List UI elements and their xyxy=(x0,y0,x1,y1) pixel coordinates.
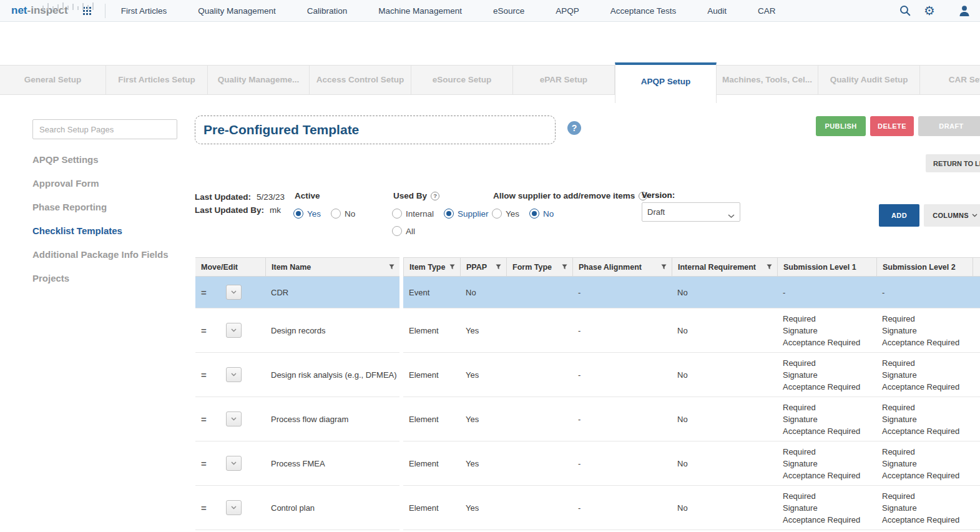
search-input[interactable] xyxy=(32,119,177,139)
column-header-ppap[interactable]: PPAP xyxy=(460,257,506,277)
row-filler xyxy=(973,441,980,486)
tab-quality-audit-setup[interactable]: Quality Audit Setup xyxy=(818,66,920,94)
main-nav: First ArticlesQuality ManagementCalibrat… xyxy=(121,6,776,16)
filter-icon[interactable] xyxy=(449,264,455,270)
draft-button[interactable]: DRAFT xyxy=(918,116,980,136)
drag-handle-icon[interactable]: = xyxy=(201,458,210,469)
radio-option-yes[interactable]: Yes xyxy=(293,209,321,219)
filter-icon[interactable] xyxy=(661,264,667,270)
column-header-phase-alignment[interactable]: Phase Alignment xyxy=(572,257,672,277)
tab-first-articles-setup[interactable]: First Articles Setup xyxy=(106,66,208,94)
filter-icon[interactable] xyxy=(767,264,772,270)
search-icon[interactable] xyxy=(899,5,911,16)
top-nav: net -inspect First ArticlesQuality Manag… xyxy=(0,0,980,22)
cell-move-edit: = xyxy=(195,277,265,308)
cell-ppap: Yes xyxy=(460,486,506,530)
cell-move-edit: = xyxy=(195,397,265,441)
radio-option-no[interactable]: No xyxy=(331,209,355,219)
nav-item-esource[interactable]: eSource xyxy=(493,6,524,16)
add-button[interactable]: ADD xyxy=(879,204,919,227)
help-icon[interactable]: ? xyxy=(567,121,581,135)
sidebar-item-phase-reporting[interactable]: Phase Reporting xyxy=(32,200,169,214)
tab-epar-setup[interactable]: ePAR Setup xyxy=(513,66,615,94)
cell-item-type: Element xyxy=(403,353,460,397)
tab-apqp-setup[interactable]: APQP Setup xyxy=(615,62,717,103)
tab-quality-manageme[interactable]: Quality Manageme... xyxy=(208,66,310,94)
row-edit-menu-button[interactable] xyxy=(226,500,242,515)
sidebar-item-projects[interactable]: Projects xyxy=(32,272,169,285)
cell-item-type: Element xyxy=(403,308,460,353)
nav-item-machine-management[interactable]: Machine Management xyxy=(378,6,462,16)
tab-car-setup[interactable]: CAR Setup xyxy=(920,66,980,94)
cell-internal-requirement: No xyxy=(672,308,777,353)
row-edit-menu-button[interactable] xyxy=(226,323,242,338)
radio-option-all[interactable]: All xyxy=(392,226,415,236)
column-header-submission-level-1[interactable]: Submission Level 1 xyxy=(777,257,876,277)
filter-icon[interactable] xyxy=(496,264,501,270)
row-edit-menu-button[interactable] xyxy=(226,285,242,300)
column-header-item-type[interactable]: Item Type xyxy=(403,257,460,277)
column-label: Phase Alignment xyxy=(579,263,642,272)
radio-option-no[interactable]: No xyxy=(529,209,554,219)
radio-option-internal[interactable]: Internal xyxy=(392,209,434,219)
cell-phase-alignment: - xyxy=(572,277,672,308)
radio-icon xyxy=(529,209,539,219)
last-updated-by-label: Last Updated By: xyxy=(195,204,264,217)
drag-handle-icon[interactable]: = xyxy=(201,370,210,380)
tab-esource-setup[interactable]: eSource Setup xyxy=(411,66,513,94)
nav-item-apqp[interactable]: APQP xyxy=(556,6,579,16)
filter-icon[interactable] xyxy=(562,264,567,270)
row-edit-menu-button[interactable] xyxy=(226,456,242,471)
app-logo[interactable]: net -inspect xyxy=(11,4,68,17)
table-row[interactable]: = Control plan Element Yes - No Required… xyxy=(195,486,980,530)
template-name-field[interactable]: Pre-Configured Template xyxy=(195,116,556,144)
cell-move-edit: = xyxy=(195,308,265,353)
delete-button[interactable]: DELETE xyxy=(870,116,914,136)
filter-icon[interactable] xyxy=(389,264,394,270)
sidebar-item-additional-package-info-fields[interactable]: Additional Package Info Fields xyxy=(32,248,169,261)
drag-handle-icon[interactable]: = xyxy=(201,414,210,425)
sidebar-item-approval-form[interactable]: Approval Form xyxy=(32,177,169,190)
settings-menu-button[interactable]: ⚙ xyxy=(924,4,945,17)
column-header-form-type[interactable]: Form Type xyxy=(506,257,572,277)
table-row[interactable]: = Process FMEA Element Yes - No Required… xyxy=(195,441,980,486)
radio-option-supplier[interactable]: Supplier xyxy=(444,209,489,219)
sidebar-item-apqp-settings[interactable]: APQP Settings xyxy=(32,153,169,166)
used-by-help-icon[interactable]: ? xyxy=(431,192,439,200)
table-row[interactable]: = Process flow diagram Element Yes - No … xyxy=(195,397,980,441)
logo-text-net: net xyxy=(11,4,27,17)
version-select[interactable]: Draft xyxy=(642,202,740,222)
column-header-item-name[interactable]: Item Name xyxy=(265,257,399,277)
column-header-submission-level-2[interactable]: Submission Level 2 xyxy=(876,257,973,277)
tab-machines-tools-cel[interactable]: Machines, Tools, Cel... xyxy=(717,66,818,94)
radio-label: Supplier xyxy=(458,209,489,219)
sidebar-item-checklist-templates[interactable]: Checklist Templates xyxy=(32,224,169,237)
drag-handle-icon[interactable]: = xyxy=(201,503,210,513)
return-to-list-button[interactable]: RETURN TO LIST xyxy=(926,154,980,172)
column-header-internal-requirement[interactable]: Internal Requirement xyxy=(672,257,777,277)
column-header-move-edit[interactable]: Move/Edit xyxy=(195,257,265,277)
table-row[interactable]: = Design risk analysis (e.g., DFMEA) Ele… xyxy=(195,353,980,397)
publish-button[interactable]: PUBLISH xyxy=(816,116,866,136)
nav-item-first-articles[interactable]: First Articles xyxy=(121,6,167,16)
tab-general-setup[interactable]: General Setup xyxy=(0,66,106,94)
tab-access-control-setup[interactable]: Access Control Setup xyxy=(310,66,411,94)
radio-option-yes[interactable]: Yes xyxy=(492,209,519,219)
nav-item-car[interactable]: CAR xyxy=(758,6,776,16)
table-row[interactable]: = Design records Element Yes - No Requir… xyxy=(195,308,980,353)
nav-item-acceptance-tests[interactable]: Acceptance Tests xyxy=(610,6,677,16)
cell-submission-level-1: Required Signature Acceptance Required xyxy=(777,486,876,530)
nav-item-audit[interactable]: Audit xyxy=(707,6,727,16)
row-edit-menu-button[interactable] xyxy=(226,367,242,382)
active-radio-group: YesNo xyxy=(293,209,355,219)
cell-internal-requirement: No xyxy=(672,277,777,308)
cell-move-edit: = xyxy=(195,353,265,397)
nav-item-quality-management[interactable]: Quality Management xyxy=(198,6,276,16)
user-icon[interactable] xyxy=(958,4,971,17)
nav-item-calibration[interactable]: Calibration xyxy=(307,6,348,16)
table-row[interactable]: = CDR Event No - No - - xyxy=(195,277,980,308)
drag-handle-icon[interactable]: = xyxy=(201,325,210,336)
drag-handle-icon[interactable]: = xyxy=(201,287,210,298)
row-edit-menu-button[interactable] xyxy=(226,411,242,426)
columns-button[interactable]: COLUMNS xyxy=(924,204,980,227)
